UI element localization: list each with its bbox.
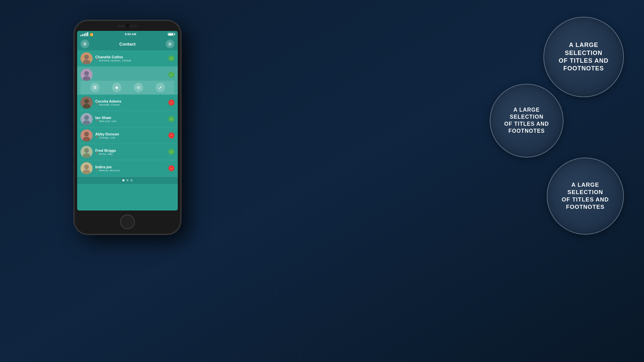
status-bar: 📶 9:00 AM [77,31,178,38]
contact-item-chanelle[interactable]: Chanelle Colins 📍 Montreal, Quebec, Cana… [77,50,178,67]
svg-point-12 [169,43,171,45]
wifi-icon: 📶 [90,33,93,36]
bubbles-section: A LARGE SELECTION OF TITLES AND FOOTNOTE… [423,17,624,318]
svg-point-35 [84,148,89,153]
bubble-2-text: A LARGE SELECTION OF TITLES AND FOOTNOTE… [498,101,555,140]
avatar-expanded [80,69,93,81]
avatar-chanelle [80,52,93,64]
bubble-1-text: A LARGE SELECTION OF TITLES AND FOOTNOTE… [552,35,615,79]
contact-location-indira: 📍 Meknes, Morocco [95,169,168,172]
contact-info-fred: Fred Briggs 📍 Rome, Italy [95,148,168,156]
svg-line-3 [168,0,302,362]
location-pin-icon-6: 📍 [95,169,98,172]
svg-rect-10 [84,44,86,44]
contact-info-indira: Indira joe 📍 Meknes, Morocco [95,165,168,172]
status-add-abby: + [168,132,174,138]
phone-screen: 📶 9:00 AM Contact [77,31,178,210]
contact-info-abby: Abby Duncan 📍 Chicago, Usa [95,132,168,139]
status-add-indira: + [168,165,174,171]
contact-item-expanded[interactable]: ✓ [77,67,178,95]
location-pin-icon-3: 📍 [95,120,98,122]
status-online-chanelle: ✓ [168,55,174,61]
signal-bar-1 [80,35,82,36]
action-row [80,81,174,94]
phone-mockup: 📶 9:00 AM Contact [74,20,188,248]
contact-info-cecelia: Cecelia Adams 📍 Marseille, France [95,99,168,106]
contact-item-cecelia[interactable]: Cecelia Adams 📍 Marseille, France + [77,95,178,111]
bubble-3[interactable]: A LARGE SELECTION OF TITLES AND FOOTNOTE… [547,158,624,235]
svg-rect-9 [84,43,86,43]
back-button[interactable] [80,40,89,48]
delete-action-btn[interactable] [90,83,100,92]
star-action-btn[interactable] [112,83,121,92]
status-online-ian: ✓ [168,116,174,122]
location-pin-icon-5: 📍 [95,153,98,155]
svg-rect-11 [84,45,86,46]
app-header: Contact [77,38,178,50]
contact-info-ian: Ian Shaw 📍 New york, Usa [95,116,168,123]
svg-point-24 [138,87,139,88]
bubble-2[interactable]: A LARGE SELECTION OF TITLES AND FOOTNOTE… [490,84,564,158]
contact-location-abby: 📍 Chicago, Usa [95,136,168,139]
battery-icon [168,33,174,36]
avatar-fred [80,146,93,158]
status-online-expanded: ✓ [168,72,174,78]
location-pin-icon: 📍 [95,59,98,62]
page-dot-3 [130,179,132,181]
contact-name-fred: Fred Briggs [95,148,168,153]
contact-info-chanelle: Chanelle Colins 📍 Montreal, Quebec, Cana… [95,55,168,62]
signal-bars: 📶 [80,32,93,36]
svg-point-38 [84,165,89,169]
contact-location-chanelle: 📍 Montreal, Quebec, Canada [95,59,168,62]
status-online-fred: ✓ [168,149,174,155]
contact-item-indira[interactable]: Indira joe 📍 Meknes, Morocco + [77,160,178,177]
location-pin-icon-4: 📍 [95,136,98,139]
page-dot-1 [122,179,124,181]
edit-action-btn[interactable] [156,83,165,92]
page-dot-2 [126,179,128,181]
signal-bar-5 [87,32,88,36]
bubble-1[interactable]: A LARGE SELECTION OF TITLES AND FOOTNOTE… [543,17,624,97]
contact-item-ian[interactable]: Ian Shaw 📍 New york, Usa ✓ [77,111,178,127]
contact-name-ian: Ian Shaw [95,116,168,120]
contact-item-fred[interactable]: Fred Briggs 📍 Rome, Italy ✓ [77,144,178,160]
signal-bar-3 [84,34,85,36]
contact-location-ian: 📍 New york, Usa [95,120,168,123]
avatar-abby [80,129,93,141]
contact-name-indira: Indira joe [95,165,168,169]
svg-marker-23 [115,86,118,89]
contact-name-cecelia: Cecelia Adams [95,99,168,103]
svg-point-32 [84,132,89,136]
status-time: 9:00 AM [125,33,136,36]
avatar-indira [80,162,93,174]
svg-point-14 [84,55,89,59]
status-add-cecelia: + [168,100,174,106]
bubble-3-text: A LARGE SELECTION OF TITLES AND FOOTNOTE… [555,175,616,218]
contact-location-cecelia: 📍 Marseille, France [95,103,168,106]
contact-location-fred: 📍 Rome, Italy [95,153,168,156]
phone-camera [125,23,129,27]
contact-name-chanelle: Chanelle Colins [95,55,168,59]
signal-bar-4 [86,33,87,36]
phone-body: 📶 9:00 AM Contact [74,20,181,235]
contact-list: Chanelle Colins 📍 Montreal, Quebec, Cana… [77,50,178,177]
avatar-ian [80,113,93,125]
signal-bar-2 [82,34,83,36]
settings-action-btn[interactable] [134,83,143,92]
svg-point-26 [84,99,89,104]
contact-item-abby[interactable]: Abby Duncan 📍 Chicago, Usa + [77,127,178,144]
settings-button[interactable] [166,40,174,48]
svg-point-17 [84,71,89,76]
page-indicators [77,177,178,184]
app-title: Contact [119,42,136,47]
home-button[interactable] [120,215,135,229]
location-pin-icon-2: 📍 [95,103,98,106]
avatar-cecelia [80,97,93,109]
contact-name-abby: Abby Duncan [95,132,168,136]
svg-point-29 [84,115,89,120]
